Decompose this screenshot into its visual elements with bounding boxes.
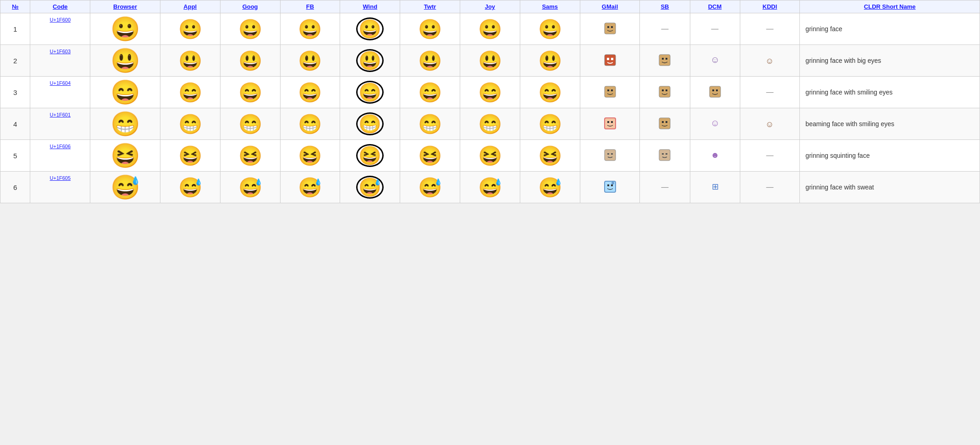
code-link[interactable]: U+1F600 — [50, 17, 71, 22]
sb-emoji-cell: — — [640, 172, 690, 203]
dcm-emoji-cell — [690, 77, 740, 108]
dcm-emoji-cell: ☻ — [690, 140, 740, 172]
joy-emoji-cell: 😆 — [460, 140, 520, 172]
twitter-emoji-cell: 😄 — [400, 77, 460, 108]
row-code[interactable]: U+1F601 — [30, 108, 90, 140]
twitter-emoji-cell: 😁 — [400, 108, 460, 140]
svg-rect-16 — [662, 89, 664, 91]
col-header-twtr[interactable]: Twtr — [400, 0, 460, 13]
col-header-appl[interactable]: Appl — [160, 0, 220, 13]
code-link[interactable]: U+1F601 — [50, 112, 71, 117]
fb-emoji-cell: 😁 — [280, 108, 340, 140]
svg-rect-14 — [611, 89, 613, 91]
row-code[interactable]: U+1F603 — [30, 45, 90, 77]
dcm-emoji-cell: ⊞ — [690, 172, 740, 203]
svg-rect-34 — [666, 153, 667, 155]
google-emoji-cell: 😅 — [220, 172, 280, 203]
apple-emoji-cell: 😅 — [160, 172, 220, 203]
col-header-fb[interactable]: FB — [280, 0, 340, 13]
apple-emoji-cell: 😃 — [160, 45, 220, 77]
emoji-table-container: № Code Browser Appl Goog FB Wind Twtr Jo… — [0, 0, 980, 203]
col-header-gmail[interactable]: GMail — [580, 0, 640, 13]
twitter-emoji-cell: 😆 — [400, 140, 460, 172]
samsung-emoji-cell: 😆 — [520, 140, 580, 172]
sb-emoji-cell — [640, 140, 690, 172]
svg-rect-20 — [716, 89, 718, 91]
code-link[interactable]: U+1F605 — [50, 175, 71, 181]
header-row: № Code Browser Appl Goog FB Wind Twtr Jo… — [0, 0, 980, 13]
svg-rect-23 — [611, 121, 613, 123]
gmail-emoji-cell — [580, 45, 640, 77]
browser-emoji-cell: 😃 — [90, 45, 160, 77]
svg-rect-38 — [611, 184, 613, 186]
code-link[interactable]: U+1F606 — [50, 144, 71, 149]
code-link[interactable]: U+1F603 — [50, 49, 71, 54]
fb-emoji-cell: 😆 — [280, 140, 340, 172]
google-emoji-cell: 😄 — [220, 77, 280, 108]
cldr-name: grinning face with smiling eyes — [800, 77, 980, 108]
svg-rect-31 — [611, 153, 613, 155]
svg-rect-30 — [607, 153, 609, 155]
col-header-cldr[interactable]: CLDR Short Name — [800, 0, 980, 13]
col-header-wind[interactable]: Wind — [340, 0, 400, 13]
browser-emoji-cell: 😆 — [90, 140, 160, 172]
wind-emoji-cell: 😅 — [340, 172, 400, 203]
col-header-sb[interactable]: SB — [640, 0, 690, 13]
wind-emoji-cell: 😃 — [340, 45, 400, 77]
google-emoji-cell: 😁 — [220, 108, 280, 140]
samsung-emoji-cell: 😀 — [520, 13, 580, 45]
row-num: 1 — [0, 13, 30, 45]
svg-rect-0 — [605, 23, 616, 34]
browser-emoji-cell: 😀 — [90, 13, 160, 45]
sb-emoji-cell — [640, 45, 690, 77]
svg-text:⊞: ⊞ — [711, 182, 718, 191]
col-header-goog[interactable]: Goog — [220, 0, 280, 13]
twitter-emoji-cell: 😀 — [400, 13, 460, 45]
svg-rect-37 — [607, 184, 609, 186]
kddi-emoji-cell: — — [740, 140, 800, 172]
code-link[interactable]: U+1F604 — [50, 80, 71, 86]
fb-emoji-cell: 😀 — [280, 13, 340, 45]
joy-emoji-cell: 😅 — [460, 172, 520, 203]
wind-emoji-cell: 😆 — [340, 140, 400, 172]
cldr-name: beaming face with smiling eyes — [800, 108, 980, 140]
google-emoji-cell: 😃 — [220, 45, 280, 77]
emoji-table: № Code Browser Appl Goog FB Wind Twtr Jo… — [0, 0, 980, 203]
svg-rect-22 — [607, 121, 609, 123]
kddi-emoji-cell: — — [740, 13, 800, 45]
sb-emoji-cell — [640, 108, 690, 140]
table-row: 5U+1F606😆😆😆😆😆😆😆😆☻—grinning squinting fac… — [0, 140, 980, 172]
svg-rect-8 — [666, 58, 667, 60]
cldr-name: grinning squinting face — [800, 140, 980, 172]
svg-rect-6 — [659, 55, 670, 66]
col-header-no[interactable]: № — [0, 0, 30, 13]
svg-rect-29 — [605, 150, 616, 161]
fb-emoji-cell: 😄 — [280, 77, 340, 108]
row-code[interactable]: U+1F605 — [30, 172, 90, 203]
row-code[interactable]: U+1F600 — [30, 13, 90, 45]
col-header-browser[interactable]: Browser — [90, 0, 160, 13]
wind-emoji-cell: 😄 — [340, 77, 400, 108]
svg-rect-24 — [659, 118, 670, 129]
col-header-code[interactable]: Code — [30, 0, 90, 13]
samsung-emoji-cell: 😅 — [520, 172, 580, 203]
row-num: 2 — [0, 45, 30, 77]
gmail-emoji-cell — [580, 13, 640, 45]
svg-text:☺: ☺ — [710, 55, 719, 65]
col-header-kddi[interactable]: KDDI — [740, 0, 800, 13]
row-code[interactable]: U+1F606 — [30, 140, 90, 172]
col-header-sams[interactable]: Sams — [520, 0, 580, 13]
col-header-joy[interactable]: Joy — [460, 0, 520, 13]
cldr-name: grinning face — [800, 13, 980, 45]
joy-emoji-cell: 😄 — [460, 77, 520, 108]
cldr-name: grinning face with sweat — [800, 172, 980, 203]
svg-rect-2 — [611, 26, 613, 28]
twitter-emoji-cell: 😃 — [400, 45, 460, 77]
svg-rect-17 — [666, 89, 667, 91]
svg-rect-3 — [605, 55, 616, 66]
kddi-emoji-cell: — — [740, 77, 800, 108]
col-header-dcm[interactable]: DCM — [690, 0, 740, 13]
wind-emoji-cell: 😀 — [340, 13, 400, 45]
twitter-emoji-cell: 😅 — [400, 172, 460, 203]
row-code[interactable]: U+1F604 — [30, 77, 90, 108]
